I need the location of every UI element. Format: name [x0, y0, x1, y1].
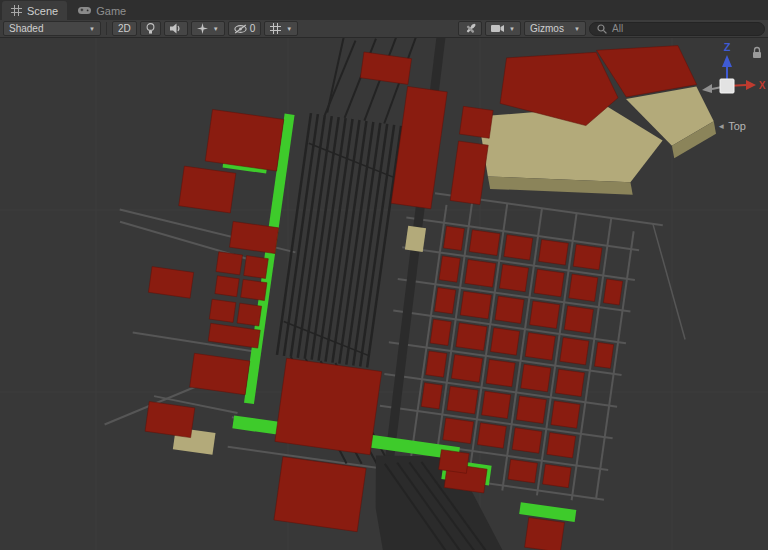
dropdown-arrow-icon: ▼ [213, 26, 219, 32]
grid-settings-icon [270, 23, 281, 34]
scene-render [0, 38, 768, 550]
unity-editor-window: Scene Game Shaded ▼ 2D [0, 0, 768, 550]
gizmos-dropdown[interactable]: Gizmos ▼ [524, 21, 586, 36]
effects-sparkle-icon [197, 23, 208, 34]
game-controller-icon [78, 6, 91, 15]
gizmo-cube[interactable] [720, 79, 734, 93]
search-filter-value: All [612, 23, 623, 34]
tab-scene[interactable]: Scene [2, 1, 67, 20]
axis-z-label: Z [724, 41, 731, 53]
lighting-toggle-button[interactable] [140, 21, 161, 36]
shading-mode-label: Shaded [9, 23, 43, 34]
audio-toggle-button[interactable] [164, 21, 188, 36]
search-icon [597, 24, 607, 34]
gizmos-label: Gizmos [530, 23, 564, 34]
dropdown-arrow-icon: ▼ [574, 26, 580, 32]
hidden-objects-count: 0 [250, 23, 256, 34]
2d-toggle-label: 2D [118, 23, 131, 34]
axis-x-label: X [759, 80, 766, 91]
view-arrow-icon: ◄ [717, 122, 725, 131]
scene-search-field[interactable]: All [589, 22, 765, 36]
view-angle-label[interactable]: ◄ Top [717, 120, 746, 132]
wrench-tools-icon [464, 23, 476, 35]
shading-mode-dropdown[interactable]: Shaded ▼ [3, 21, 101, 36]
camera-icon [491, 24, 504, 33]
2d-toggle-button[interactable]: 2D [112, 21, 137, 36]
hidden-objects-toggle[interactable]: 0 [228, 21, 262, 36]
tools-button[interactable] [458, 21, 482, 36]
tab-bar: Scene Game [0, 0, 768, 20]
scene-viewport[interactable]: Z X ◄ Top [0, 38, 768, 550]
toolbar-separator [106, 22, 107, 35]
view-name: Top [728, 120, 746, 132]
audio-speaker-icon [170, 23, 182, 34]
effects-dropdown-button[interactable]: ▼ [191, 21, 225, 36]
lock-icon[interactable] [751, 46, 763, 59]
tab-game[interactable]: Game [69, 1, 135, 20]
grid-settings-dropdown[interactable]: ▼ [264, 21, 298, 36]
scene-grid-icon [11, 5, 22, 16]
dropdown-arrow-icon: ▼ [286, 26, 292, 32]
dropdown-arrow-icon: ▼ [509, 26, 515, 32]
visibility-off-icon [234, 24, 247, 34]
scene-toolbar: Shaded ▼ 2D ▼ [0, 20, 768, 38]
tab-game-label: Game [96, 5, 126, 17]
camera-settings-button[interactable]: ▼ [485, 21, 521, 36]
tab-scene-label: Scene [27, 5, 58, 17]
light-bulb-icon [146, 23, 155, 35]
dropdown-arrow-icon: ▼ [89, 26, 95, 32]
